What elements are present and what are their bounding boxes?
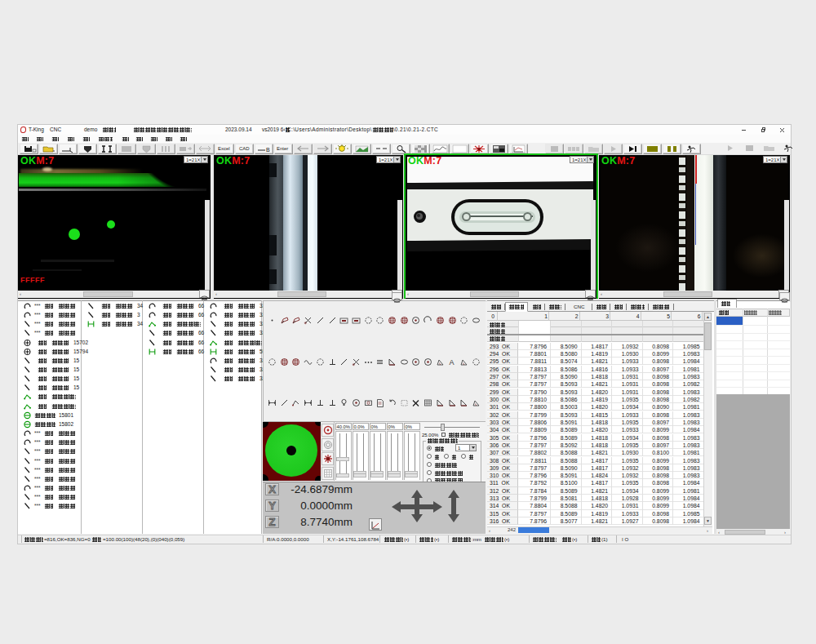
svg-text:B: B [266, 147, 270, 153]
